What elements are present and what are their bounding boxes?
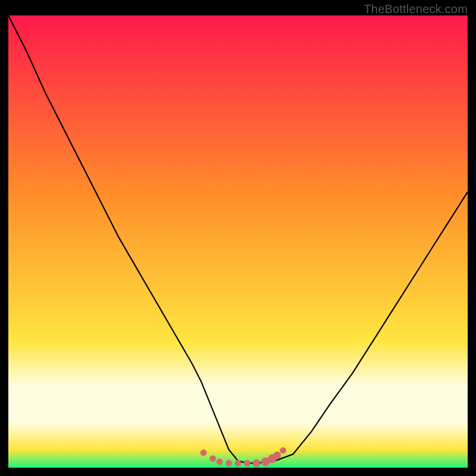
marker-point (201, 450, 206, 456)
bottleneck-chart (8, 15, 468, 468)
marker-point (244, 460, 250, 466)
marker-point (226, 460, 232, 466)
marker-point (217, 459, 223, 465)
marker-point (274, 452, 281, 459)
marker-point (280, 447, 286, 453)
marker-point (210, 456, 216, 462)
gradient-background (8, 15, 468, 468)
chart-frame: TheBottleneck.com (0, 0, 476, 476)
marker-point (235, 460, 241, 466)
plot-area (8, 15, 468, 468)
marker-point (253, 459, 260, 466)
watermark-text: TheBottleneck.com (364, 2, 468, 16)
